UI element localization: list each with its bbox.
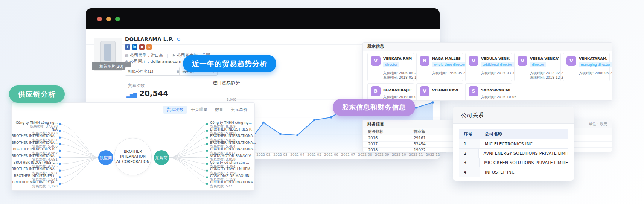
relations-table: 序号公司名称1MIC ELECTRONICS INC2AVNI ENERGY S… bbox=[459, 129, 568, 177]
shareholder-name: VEDULA VENKATA RAM... bbox=[481, 56, 510, 61]
financial-year: 2017 bbox=[368, 141, 378, 147]
website-link[interactable]: dollarama.com bbox=[150, 59, 181, 64]
shareholder-card[interactable]: VVEERA VENKATA SATYA...director入职时间: 201… bbox=[514, 53, 561, 81]
relation-company-name: MIC ELECTRONICS INC bbox=[480, 142, 533, 146]
window-minimize-button[interactable] bbox=[106, 17, 111, 21]
shareholder-name: VENKATA RAM ATLURI bbox=[383, 56, 412, 61]
join-date: 入职时间: 2008-05-20 bbox=[579, 71, 612, 76]
x-axis-tick: 2022-02 bbox=[256, 153, 271, 157]
shareholder-card[interactable]: BBHARATIRAJU VEGIRAJU入职时间: 2019-08-07 bbox=[367, 83, 414, 101]
relations-header-row: 序号公司名称 bbox=[459, 129, 568, 139]
avatar: V bbox=[371, 56, 381, 66]
x-axis-tick: 2022-03 bbox=[273, 153, 288, 157]
join-date: 入职时间: 2016-10-06 bbox=[481, 95, 516, 100]
shareholder-name: VEERA VENKATA SATYA... bbox=[530, 56, 559, 61]
x-axis-tick: 2022-09 bbox=[375, 153, 389, 157]
shareholder-card[interactable]: SSADASIVAN MURALIKR...入职时间: 2016-10-06 bbox=[465, 83, 512, 101]
similar-company-dropdown[interactable]: 相似公司名(1)▦ bbox=[125, 67, 183, 76]
company-relations-card: 公司关系 序号公司名称1MIC ELECTRONICS INC2AVNI ENE… bbox=[453, 107, 574, 181]
trade-trend-badge: 近一年的贸易趋势分析 bbox=[183, 55, 276, 72]
avatar: S bbox=[469, 86, 478, 96]
phone-icon[interactable]: ✆ bbox=[146, 44, 152, 50]
shareholder-card[interactable]: VVEDULA VENKATA RAM...additional directo… bbox=[465, 53, 512, 81]
join-date: 入职时间: 1996-05-25 bbox=[432, 71, 467, 76]
browser-titlebar bbox=[86, 8, 440, 29]
relations-title: 公司关系 bbox=[453, 107, 574, 124]
x-axis-tick: 2022-10 bbox=[392, 153, 406, 157]
shareholder-card[interactable]: VVISHNU RAVI bbox=[416, 83, 463, 101]
facebook-icon[interactable]: f bbox=[125, 44, 130, 50]
pinterest-icon[interactable]: ● bbox=[139, 44, 145, 50]
supply-chain-panel: 贸易次数千克重量数量美元总价 Công ty TNHH công ng...贸易… bbox=[11, 102, 255, 191]
relation-no: 4 bbox=[459, 167, 480, 177]
role-badge: director bbox=[530, 62, 546, 67]
center-company-node[interactable]: BROTHER INTERNATIONAL CORPORATION bbox=[114, 138, 152, 175]
relation-no: 2 bbox=[459, 149, 479, 158]
relations-row[interactable]: 1MIC ELECTRONICS INC bbox=[459, 139, 568, 148]
window-zoom-button[interactable] bbox=[115, 17, 120, 21]
supplier-node[interactable]: 供应商 bbox=[98, 150, 113, 165]
role-badge: director bbox=[383, 62, 399, 67]
avatar: V bbox=[420, 86, 429, 96]
role-badge: managing director bbox=[579, 62, 612, 67]
relation-no: 3 bbox=[459, 158, 480, 167]
financial-value: 33454 bbox=[414, 141, 426, 147]
purchaser-node[interactable]: 采购商 bbox=[154, 150, 169, 165]
x-axis-tick: 2022-04 bbox=[290, 153, 304, 157]
shareholders-panel-header: 股东信息 bbox=[363, 43, 612, 51]
relation-company-name: MIC GREEN SOLUTIONS PRIVATE LIMITED bbox=[480, 160, 568, 165]
avatar: N bbox=[420, 56, 429, 66]
avatar: V bbox=[518, 56, 527, 66]
refresh-icon[interactable]: ↻ bbox=[177, 37, 181, 42]
supply-chain-badge: 供应链分析 bbox=[9, 85, 65, 103]
relations-header-name: 公司名称 bbox=[480, 131, 502, 137]
company-name: DOLLARAMA L.P.↻ bbox=[125, 36, 181, 42]
trade-count-stat: ▂▅▇ 20,544 bbox=[126, 89, 168, 98]
linkedin-icon[interactable]: in bbox=[132, 44, 137, 50]
trade-count-label: 贸易次数 bbox=[128, 83, 145, 88]
shareholder-name: VENKATARAMANA MAG... bbox=[579, 56, 607, 61]
location-icon: ⚑ bbox=[172, 53, 175, 58]
globe-icon: ⊕ bbox=[125, 59, 128, 64]
financial-value: 29161 bbox=[414, 135, 426, 141]
avatar: B bbox=[371, 86, 381, 96]
bar-chart-icon: ▂▅▇ bbox=[126, 92, 137, 98]
relations-row[interactable]: 4INFOSTEP INC bbox=[459, 167, 568, 177]
data-point bbox=[330, 116, 332, 119]
shareholder-card[interactable]: VVENKATARAMANA MAG...managing director入职… bbox=[563, 53, 610, 81]
company-type-icon: ▤ bbox=[125, 53, 128, 58]
financial-header-revenue: 营业额 bbox=[414, 128, 425, 135]
avatar: V bbox=[566, 56, 576, 66]
financial-header-indicator: 财务指标 bbox=[368, 128, 383, 135]
role-badge: additional director bbox=[481, 62, 514, 67]
y-axis-tick: 3,000 bbox=[227, 98, 236, 102]
shareholder-finance-badge: 股东信息和财务信息 bbox=[333, 99, 415, 116]
data-point bbox=[432, 101, 434, 104]
relations-row[interactable]: 2AVNI ENERGY SOLUTIONS PRIVATE LIMITED bbox=[459, 148, 568, 158]
shareholder-card[interactable]: VVENKATA RAM ATLURIdirector入职时间: 2006-08… bbox=[367, 53, 414, 81]
data-point bbox=[415, 107, 417, 109]
company-website-line: ⊕公司网址：dollarama.com bbox=[125, 59, 181, 64]
financial-year: 2018 bbox=[368, 147, 378, 152]
window-close-button[interactable] bbox=[97, 17, 102, 21]
shareholders-panel: 股东信息 VVENKATA RAM ATLURIdirector入职时间: 20… bbox=[362, 42, 612, 101]
purchaser-item[interactable]: BROTHER INTERNATIONA...贸易次数: 577 bbox=[210, 180, 256, 188]
x-axis-tick: 2022-11 bbox=[409, 153, 423, 157]
supplier-item[interactable]: BROTHER MACHINERY (A...贸易次数: 1,120 bbox=[12, 180, 58, 188]
data-point bbox=[313, 119, 315, 121]
currency-unit-label: 单位：欧元 bbox=[589, 120, 607, 128]
role-badge: whole-time director bbox=[432, 62, 467, 67]
leave-date: 离职时间: 2018-12-31 bbox=[530, 75, 565, 80]
social-icons-row: fin●✆ bbox=[125, 44, 152, 50]
shareholder-card[interactable]: NNAGA MALLESWARA R...whole-time director… bbox=[416, 53, 463, 81]
join-date: 入职时间: 2015-03-31 bbox=[481, 71, 516, 76]
data-point bbox=[296, 134, 298, 136]
x-axis-tick: 2022-06 bbox=[324, 153, 338, 157]
financial-value: 19922 bbox=[414, 147, 426, 152]
data-point bbox=[279, 133, 282, 135]
shareholder-name: BHARATIRAJU VEGIRAJU bbox=[383, 88, 412, 92]
relations-header-no: 序号 bbox=[459, 129, 480, 139]
x-axis-tick: 2022-05 bbox=[307, 153, 321, 157]
relations-row[interactable]: 3MIC GREEN SOLUTIONS PRIVATE LIMITED bbox=[459, 158, 568, 167]
leave-date: 离职时间: 2018-05-10 bbox=[383, 75, 419, 80]
